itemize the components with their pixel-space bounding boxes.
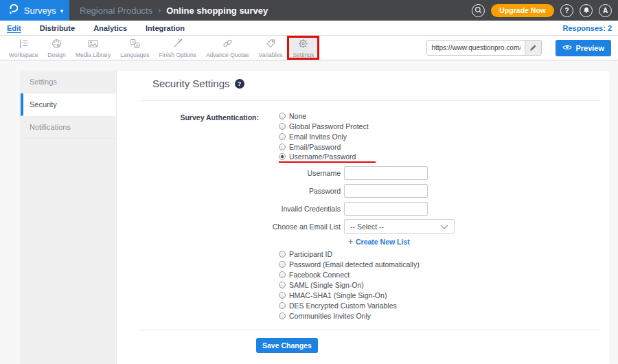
responses-count[interactable]: Responses: 2 [562,24,612,32]
radio-option-facebook-connect[interactable]: Facebook Connect [279,270,420,280]
questionpro-logo-icon [6,2,20,19]
preview-label: Preview [575,44,604,52]
search-icon[interactable] [472,4,485,17]
plus-icon: + [348,237,353,247]
sidebar-item-notifications[interactable]: Notifications [21,116,116,139]
preview-button[interactable]: Preview [556,40,611,56]
toolbar-item-settings[interactable]: Settings [287,36,319,60]
invalid-credentials-label: Invalid Credentials [117,205,344,213]
toolbar-label: Media Library [76,52,111,58]
radio-icon[interactable] [279,113,286,120]
survey-title: Online shopping survey [166,5,268,16]
toolbar-item-finish-options[interactable]: Finish Options [154,36,201,60]
email-list-row: Choose an Email List -- Select -- [117,219,455,234]
languages-icon: xA [129,38,141,49]
tab-edit[interactable]: Edit [7,24,21,32]
password-input[interactable] [344,184,428,198]
auth-radio-group-top: None Global Password Protect Email Invit… [279,111,369,162]
radio-icon[interactable] [279,302,286,309]
radio-icon[interactable] [279,312,286,319]
invalid-credentials-input[interactable] [344,202,428,216]
username-label: Username [117,169,344,177]
tab-analytics[interactable]: Analytics [93,24,127,32]
email-list-select[interactable]: -- Select -- [344,219,455,234]
radio-icon[interactable] [279,271,286,278]
edit-url-pencil-icon[interactable] [525,41,541,55]
chevron-down-icon [440,225,448,230]
email-list-selected-value: -- Select -- [350,223,384,231]
survey-nav-items: Edit Distribute Analytics Integration [7,24,185,32]
radio-option-saml[interactable]: SAML (Single Sign-On) [279,280,420,291]
radio-option-username-password[interactable]: Username/Password [279,152,369,162]
page-title-text: Security Settings [152,78,230,89]
username-row: Username [117,166,428,180]
radio-option-email-invites[interactable]: Email Invites Only [279,132,369,142]
topbar: Surveys ▾ Regional Products › Online sho… [0,0,618,21]
design-palette-icon [51,38,62,49]
tab-integration[interactable]: Integration [146,24,185,32]
radio-icon[interactable] [279,282,286,288]
sidebar-item-settings[interactable]: Settings [21,71,116,93]
radio-icon[interactable] [279,133,286,140]
radio-icon-selected[interactable] [279,153,286,160]
invalid-credentials-row: Invalid Credentials [117,201,428,216]
chain-links-icon [222,38,233,49]
create-new-list-link[interactable]: + Create New List [348,237,410,247]
radio-icon[interactable] [279,261,286,268]
toolbar-label: Advance Quotas [206,52,249,58]
help-button[interactable]: ? [560,4,573,17]
radio-option-participant-id[interactable]: Participant ID [279,249,420,260]
page-title: Security Settings ? [152,78,244,89]
radio-option-communities-invites[interactable]: Communities Invites Only [279,310,420,321]
toolbar-item-variables[interactable]: Variables [254,36,288,60]
chevron-down-icon: ▾ [60,8,64,14]
create-new-list-label: Create New List [356,238,410,246]
survey-url-box [426,40,542,56]
toolbar-label: Settings [293,52,314,58]
radio-icon[interactable] [279,251,286,258]
user-avatar[interactable]: A [599,4,612,17]
svg-text:A: A [135,43,138,47]
radio-option-password-email-auto[interactable]: Password (Email detected automatically) [279,260,420,270]
divider [141,330,601,330]
surveys-product-menu[interactable]: Surveys ▾ [0,0,69,21]
toolbar-items: Workspace Design Media Library xA Langua… [4,36,319,60]
password-row: Password [117,183,428,198]
media-library-icon [87,38,99,49]
gear-icon [297,38,309,49]
sidebar-item-security[interactable]: Security [21,93,116,116]
toolbar-item-design[interactable]: Design [43,36,70,60]
radio-option-global-password[interactable]: Global Password Protect [279,122,369,132]
survey-url-input[interactable] [427,41,525,55]
toolbar-label: Languages [120,52,149,58]
breadcrumb-folder[interactable]: Regional Products [80,5,152,16]
password-label: Password [117,187,344,195]
toolbar-item-media-library[interactable]: Media Library [71,36,116,60]
magic-wand-icon [172,38,183,49]
toolbar-item-languages[interactable]: xA Languages [115,36,154,60]
upgrade-now-button[interactable]: Upgrade Now [491,4,554,17]
title-help-icon[interactable]: ? [235,79,244,89]
radio-option-email-password[interactable]: Email/Password [279,141,369,152]
radio-icon[interactable] [279,123,286,130]
radio-icon[interactable] [279,292,286,299]
red-annotation-underline [279,161,376,163]
radio-option-none[interactable]: None [279,111,369,122]
product-menu-label: Surveys [24,5,56,16]
save-changes-button[interactable]: Save Changes [256,338,318,353]
username-input[interactable] [344,166,428,180]
settings-panel: Settings Security Notifications Security… [21,71,610,364]
tab-distribute[interactable]: Distribute [40,24,75,32]
divider [141,100,601,101]
toolbar-label: Workspace [9,52,38,58]
survey-nav: Edit Distribute Analytics Integration Re… [0,21,618,36]
settings-sidebar: Settings Security Notifications [21,71,117,364]
radio-option-hmac-sha1[interactable]: HMAC-SHA1 (Single Sign-On) [279,291,420,301]
notifications-bell-icon[interactable] [580,4,593,17]
radio-icon[interactable] [279,144,286,150]
app-window: Surveys ▾ Regional Products › Online sho… [0,0,618,364]
toolbar-right: Preview [426,40,611,56]
toolbar-item-advance-quotas[interactable]: Advance Quotas [201,36,254,60]
toolbar-item-workspace[interactable]: Workspace [4,36,43,60]
radio-option-des-encrypted[interactable]: DES Encrypted Custom Variables [279,300,420,310]
